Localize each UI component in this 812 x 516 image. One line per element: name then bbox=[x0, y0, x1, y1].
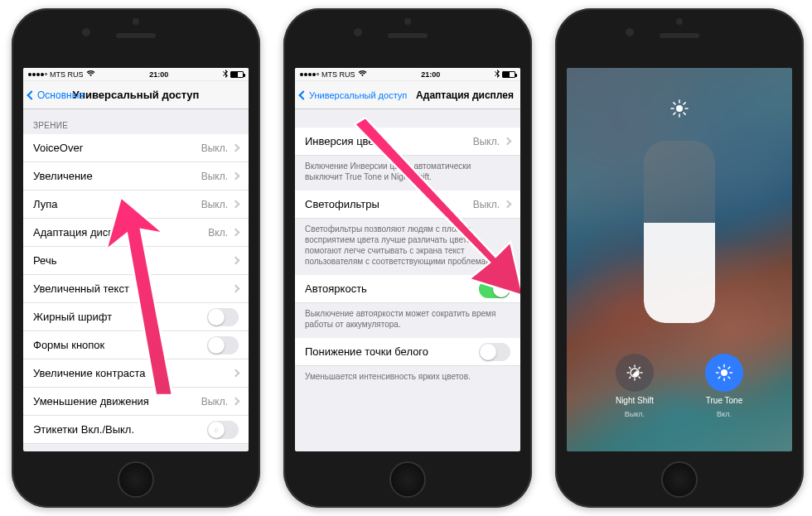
bluetooth-icon bbox=[495, 70, 500, 80]
carrier-label: MTS RUS bbox=[50, 70, 84, 79]
chevron-right-icon bbox=[232, 172, 240, 181]
settings-list[interactable]: Инверсия цветаВыкл. Включение Инверсии ц… bbox=[295, 109, 520, 451]
back-button[interactable]: Универсальный доступ bbox=[300, 90, 407, 100]
back-button[interactable]: Основные bbox=[28, 89, 85, 101]
battery-icon bbox=[230, 71, 244, 78]
toggle-onoff-labels[interactable]: ○ bbox=[207, 421, 239, 439]
phone-control-center: Night Shift Выкл. True Tone Вкл. bbox=[555, 8, 804, 508]
row-invert-colors[interactable]: Инверсия цветаВыкл. bbox=[295, 128, 520, 156]
chevron-left-icon bbox=[298, 90, 307, 99]
toggle-button-shapes[interactable] bbox=[207, 336, 239, 354]
status-bar: MTS RUS 21:00 bbox=[295, 68, 520, 81]
wifi-icon bbox=[86, 70, 95, 79]
row-display-accommodations[interactable]: Адаптация дисплеяВкл. bbox=[23, 219, 249, 247]
status-bar: MTS RUS 21:00 bbox=[23, 68, 249, 81]
signal-icon bbox=[300, 73, 319, 76]
white-point-footer: Уменьшается интенсивность ярких цветов. bbox=[295, 366, 520, 390]
night-shift-icon bbox=[626, 364, 644, 382]
row-zoom[interactable]: УвеличениеВыкл. bbox=[23, 162, 249, 190]
row-button-shapes[interactable]: Формы кнопок bbox=[23, 331, 249, 359]
svg-point-18 bbox=[721, 369, 727, 376]
toggle-white-point[interactable] bbox=[479, 343, 510, 361]
chevron-right-icon bbox=[232, 285, 240, 293]
toggle-auto-brightness[interactable] bbox=[479, 280, 510, 298]
navbar: Основные Универсальный доступ bbox=[23, 81, 249, 109]
night-shift-status: Выкл. bbox=[625, 410, 645, 418]
home-button[interactable] bbox=[118, 461, 154, 498]
chevron-right-icon bbox=[232, 144, 240, 152]
settings-list[interactable]: ЗРЕНИЕ VoiceOverВыкл. УвеличениеВыкл. Лу… bbox=[23, 109, 249, 451]
chevron-right-icon bbox=[504, 137, 512, 146]
chevron-right-icon bbox=[232, 369, 240, 378]
bluetooth-icon bbox=[223, 70, 228, 80]
night-shift-button[interactable]: Night Shift Выкл. bbox=[598, 354, 671, 418]
row-speech[interactable]: Речь bbox=[23, 247, 249, 275]
svg-point-0 bbox=[676, 105, 683, 112]
night-shift-label: Night Shift bbox=[616, 396, 654, 406]
carrier-label: MTS RUS bbox=[321, 70, 355, 79]
svg-line-5 bbox=[674, 103, 675, 104]
svg-line-16 bbox=[630, 377, 631, 378]
row-auto-brightness[interactable]: Автояркость bbox=[295, 275, 520, 303]
svg-line-17 bbox=[639, 368, 640, 369]
brightness-fill bbox=[644, 223, 715, 323]
row-magnifier[interactable]: ЛупаВыкл. bbox=[23, 190, 249, 219]
svg-line-7 bbox=[674, 113, 675, 114]
chevron-right-icon bbox=[232, 229, 240, 237]
auto-brightness-footer: Выключение автояркости может сократить в… bbox=[295, 303, 520, 338]
screen-control-center[interactable]: Night Shift Выкл. True Tone Вкл. bbox=[567, 68, 792, 451]
time-label: 21:00 bbox=[421, 70, 440, 79]
chevron-right-icon bbox=[232, 398, 240, 406]
row-voiceover[interactable]: VoiceOverВыкл. bbox=[23, 134, 249, 162]
row-reduce-white-point[interactable]: Понижение точки белого bbox=[295, 338, 520, 366]
svg-line-25 bbox=[718, 377, 720, 379]
svg-line-6 bbox=[684, 113, 685, 114]
phone-accessibility: MTS RUS 21:00 Основные Универсальный дос… bbox=[12, 8, 260, 508]
page-title: Адаптация дисплея bbox=[416, 89, 514, 101]
filters-footer: Светофильтры позволяют людям с плохим во… bbox=[295, 219, 520, 275]
navbar: Универсальный доступ Адаптация дисплея bbox=[295, 81, 520, 109]
signal-icon bbox=[28, 73, 47, 76]
time-label: 21:00 bbox=[149, 70, 168, 79]
home-button[interactable] bbox=[389, 461, 426, 498]
svg-line-26 bbox=[728, 367, 730, 369]
row-onoff-labels[interactable]: Этикетки Вкл./Выкл.○ bbox=[23, 416, 249, 444]
brightness-slider[interactable] bbox=[644, 141, 715, 323]
section-header-vision: ЗРЕНИЕ bbox=[23, 109, 249, 134]
invert-footer: Включение Инверсии цвета автоматически в… bbox=[295, 156, 520, 190]
sun-icon bbox=[670, 99, 689, 120]
svg-line-15 bbox=[639, 377, 640, 378]
toggle-bold-text[interactable] bbox=[207, 308, 239, 326]
row-larger-text[interactable]: Увеличенный текст bbox=[23, 275, 249, 303]
chevron-right-icon bbox=[232, 200, 240, 209]
chevron-left-icon bbox=[27, 90, 36, 99]
row-increase-contrast[interactable]: Увеличение контраста bbox=[23, 359, 249, 388]
home-button[interactable] bbox=[661, 461, 698, 498]
svg-line-14 bbox=[630, 368, 631, 369]
screen-accessibility: MTS RUS 21:00 Основные Универсальный дос… bbox=[23, 68, 249, 451]
svg-line-24 bbox=[728, 377, 730, 379]
section-header-interaction: ВЗАИМОДЕЙСТВИЕ bbox=[23, 444, 249, 451]
true-tone-status: Вкл. bbox=[717, 410, 732, 418]
true-tone-label: True Tone bbox=[706, 396, 742, 406]
battery-icon bbox=[502, 71, 515, 78]
row-color-filters[interactable]: СветофильтрыВыкл. bbox=[295, 190, 520, 219]
wifi-icon bbox=[358, 70, 367, 79]
true-tone-button[interactable]: True Tone Вкл. bbox=[688, 354, 761, 418]
row-bold-text[interactable]: Жирный шрифт bbox=[23, 303, 249, 331]
chevron-right-icon bbox=[504, 200, 512, 209]
chevron-right-icon bbox=[232, 257, 240, 265]
svg-line-8 bbox=[684, 103, 685, 104]
phone-display-accommodations: MTS RUS 21:00 Универсальный доступ Адапт… bbox=[283, 8, 532, 508]
svg-line-23 bbox=[718, 367, 720, 369]
true-tone-icon bbox=[715, 364, 733, 382]
row-reduce-motion[interactable]: Уменьшение движенияВыкл. bbox=[23, 388, 249, 416]
screen-display-accommodations: MTS RUS 21:00 Универсальный доступ Адапт… bbox=[295, 68, 520, 451]
